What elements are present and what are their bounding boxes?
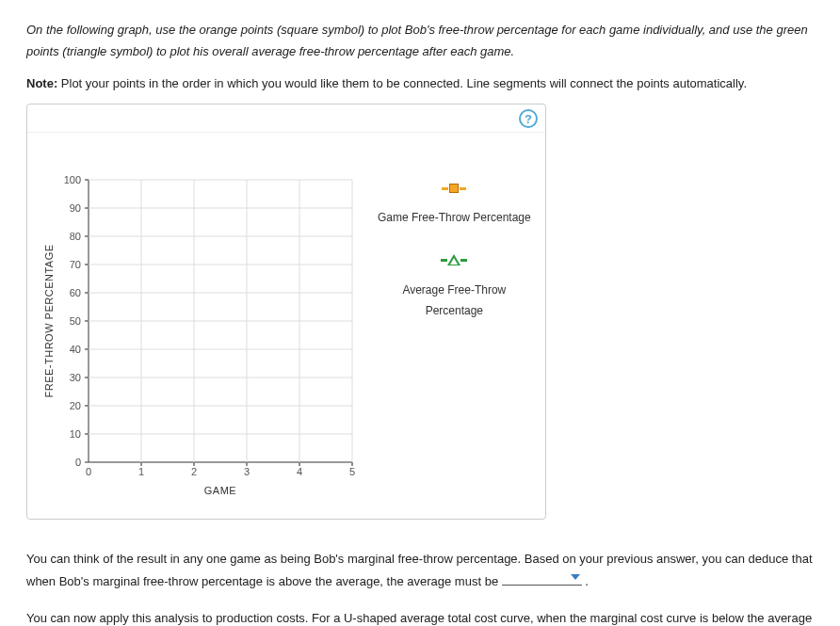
legend-item-game-percentage[interactable]: Game Free-Throw Percentage — [373, 180, 536, 228]
legend-label-1: Game Free-Throw Percentage — [378, 211, 531, 224]
x-axis-label: GAME — [204, 485, 236, 496]
note-line: Note: Plot your points in the order in w… — [26, 72, 814, 94]
xtick-0: 0 — [86, 466, 91, 477]
legend-label-2: Average Free-Throw Percentage — [402, 283, 506, 317]
q1-text-a: You can think of the result in any one g… — [26, 552, 813, 587]
square-icon — [449, 180, 459, 201]
xtick-1: 1 — [138, 466, 144, 477]
q2-text-a: You can now apply this analysis to produ… — [26, 611, 812, 626]
ytick-90: 90 — [70, 202, 81, 214]
legend-item-average-percentage[interactable]: Average Free-Throw Percentage — [373, 252, 536, 321]
ytick-70: 70 — [70, 259, 81, 270]
ytick-10: 10 — [70, 428, 81, 440]
question-paragraph-2: You can now apply this analysis to produ… — [26, 607, 814, 626]
ytick-60: 60 — [70, 287, 81, 298]
ytick-40: 40 — [70, 344, 81, 355]
ytick-80: 80 — [70, 231, 81, 242]
y-axis-label: FREE-THROW PERCENTAGE — [43, 245, 55, 398]
chart-toolbar: ? — [27, 104, 545, 133]
q1-text-b: . — [585, 574, 589, 588]
help-icon[interactable]: ? — [519, 109, 538, 128]
ytick-0: 0 — [75, 457, 81, 468]
xtick-3: 3 — [244, 466, 250, 477]
note-text: Plot your points in the order in which y… — [57, 76, 747, 90]
chart-legend: Game Free-Throw Percentage Average Free-… — [373, 161, 536, 500]
ytick-30: 30 — [70, 372, 81, 383]
xtick-4: 4 — [297, 466, 302, 477]
ytick-20: 20 — [70, 400, 81, 411]
instruction-text: On the following graph, use the orange p… — [26, 19, 814, 63]
dropdown-average-direction[interactable] — [502, 570, 582, 586]
note-label: Note: — [26, 76, 57, 90]
chart-plot-area[interactable]: 0 10 20 30 40 — [37, 161, 373, 500]
triangle-icon — [441, 252, 467, 273]
xtick-2: 2 — [191, 466, 197, 477]
question-paragraph-1: You can think of the result in any one g… — [26, 548, 814, 592]
ytick-100: 100 — [64, 174, 81, 185]
xtick-5: 5 — [349, 466, 355, 477]
ytick-50: 50 — [70, 315, 81, 327]
chart-panel: ? 0 10 — [26, 104, 546, 520]
